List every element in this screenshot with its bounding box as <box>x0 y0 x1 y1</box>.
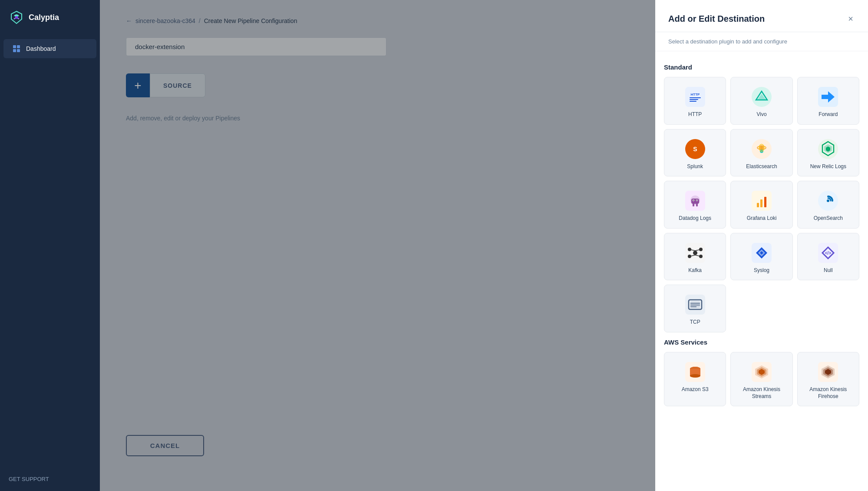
svg-point-68 <box>690 374 700 378</box>
plugin-card-http[interactable]: HTTP HTTP <box>664 77 726 125</box>
modal-overlay <box>100 0 655 491</box>
svg-rect-3 <box>13 49 16 52</box>
plugin-card-tcp[interactable]: TCP <box>664 285 726 332</box>
main-area: ← sincere-bazooka-c364 / Create New Pipe… <box>100 0 655 491</box>
aws-plugin-grid: Amazon S3 Amazon Kinesis Streams <box>664 352 859 406</box>
panel-close-button[interactable]: × <box>846 12 855 26</box>
forward-icon <box>817 86 839 108</box>
plugin-card-new-relic-logs[interactable]: New Relic Logs <box>797 129 859 177</box>
elasticsearch-icon <box>751 138 772 160</box>
amazon-s3-icon <box>684 361 706 383</box>
svg-text:</>: </> <box>825 251 832 255</box>
svg-point-43 <box>693 251 697 255</box>
svg-rect-38 <box>760 199 762 207</box>
null-icon: </> <box>817 242 839 264</box>
datadog-logs-icon <box>684 190 706 212</box>
svg-rect-37 <box>757 203 759 207</box>
svg-point-69 <box>690 367 700 371</box>
svg-point-19 <box>760 146 763 149</box>
plugin-card-elasticsearch[interactable]: Elasticsearch <box>730 129 792 177</box>
svg-point-41 <box>827 199 829 202</box>
grafana-loki-icon <box>751 190 772 212</box>
sidebar-nav: Dashboard <box>0 35 100 467</box>
svg-rect-31 <box>696 204 698 206</box>
panel-header: Add or Edit Destination × <box>655 0 868 32</box>
plugin-card-vivo[interactable]: Vivo <box>730 77 792 125</box>
plugin-name-elasticsearch: Elasticsearch <box>746 163 777 170</box>
new-relic-logs-icon <box>817 138 839 160</box>
plugin-name-kafka: Kafka <box>688 267 702 274</box>
svg-point-34 <box>693 200 694 201</box>
plugin-card-amazon-s3[interactable]: Amazon S3 <box>664 352 726 406</box>
plugin-card-splunk[interactable]: S Splunk <box>664 129 726 177</box>
svg-rect-2 <box>17 45 20 48</box>
plugin-card-syslog[interactable]: Syslog <box>730 233 792 281</box>
plugin-name-new-relic-logs: New Relic Logs <box>810 163 846 170</box>
amazon-kinesis-firehose-icon <box>817 361 839 383</box>
splunk-icon: S <box>684 138 706 160</box>
panel-title: Add or Edit Destination <box>668 14 765 24</box>
plugin-name-vivo: Vivo <box>756 111 766 118</box>
tcp-icon <box>684 294 706 315</box>
kafka-icon <box>684 242 706 264</box>
calyptia-logo <box>9 10 24 25</box>
plugin-name-amazon-kinesis-firehose: Amazon Kinesis Firehose <box>802 386 855 400</box>
plugin-name-splunk: Splunk <box>687 163 703 170</box>
syslog-icon <box>751 242 772 264</box>
dashboard-icon <box>12 44 21 53</box>
standard-plugin-grid: HTTP HTTP Vivo <box>664 77 859 332</box>
svg-rect-9 <box>690 101 696 102</box>
plugin-card-null[interactable]: </> Null <box>797 233 859 281</box>
plugin-card-kafka[interactable]: Kafka <box>664 233 726 281</box>
opensearch-icon <box>817 190 839 212</box>
svg-rect-39 <box>764 197 766 207</box>
svg-rect-1 <box>13 45 16 48</box>
plugin-card-grafana-loki[interactable]: Grafana Loki <box>730 181 792 229</box>
plugin-card-amazon-kinesis-firehose[interactable]: Amazon Kinesis Firehose <box>797 352 859 406</box>
plugin-card-forward[interactable]: Forward <box>797 77 859 125</box>
panel-body: Standard HTTP HTTP <box>655 51 868 421</box>
plugin-name-syslog: Syslog <box>754 267 769 274</box>
panel-subtitle: Select a destination plugin to add and c… <box>655 32 868 51</box>
amazon-kinesis-streams-icon <box>751 361 772 383</box>
app-name: Calyptia <box>29 13 59 22</box>
plugin-card-datadog-logs[interactable]: Datadog Logs <box>664 181 726 229</box>
plugin-name-amazon-kinesis-streams: Amazon Kinesis Streams <box>735 386 788 400</box>
plugin-name-amazon-s3: Amazon S3 <box>682 386 709 393</box>
vivo-icon <box>751 86 772 108</box>
aws-section-title: AWS Services <box>664 338 859 346</box>
svg-point-0 <box>15 16 18 19</box>
svg-rect-5 <box>685 87 705 107</box>
plugin-name-tcp: TCP <box>690 319 700 326</box>
sidebar: Calyptia Dashboard GET SUPPORT <box>0 0 100 491</box>
standard-section-title: Standard <box>664 63 859 71</box>
svg-point-35 <box>696 200 697 201</box>
plugin-name-grafana-loki: Grafana Loki <box>747 215 777 222</box>
get-support-link[interactable]: GET SUPPORT <box>0 467 100 491</box>
svg-rect-8 <box>690 99 698 100</box>
plugin-name-http: HTTP <box>688 111 702 118</box>
svg-rect-30 <box>693 204 694 206</box>
plugin-name-null: Null <box>824 267 833 274</box>
svg-text:S: S <box>693 146 697 153</box>
plugin-card-amazon-kinesis-streams[interactable]: Amazon Kinesis Streams <box>730 352 792 406</box>
plugin-card-opensearch[interactable]: OpenSearch <box>797 181 859 229</box>
svg-text:HTTP: HTTP <box>690 93 700 96</box>
plugin-name-opensearch: OpenSearch <box>814 215 843 222</box>
svg-rect-29 <box>691 199 699 204</box>
plugin-name-datadog-logs: Datadog Logs <box>679 215 711 222</box>
sidebar-item-dashboard[interactable]: Dashboard <box>3 39 96 58</box>
svg-rect-4 <box>17 49 20 52</box>
destination-panel: Add or Edit Destination × Select a desti… <box>655 0 868 491</box>
sidebar-item-label: Dashboard <box>26 45 56 52</box>
plugin-name-forward: Forward <box>818 111 838 118</box>
http-icon: HTTP <box>684 86 706 108</box>
sidebar-header: Calyptia <box>0 0 100 35</box>
svg-rect-7 <box>690 97 701 98</box>
